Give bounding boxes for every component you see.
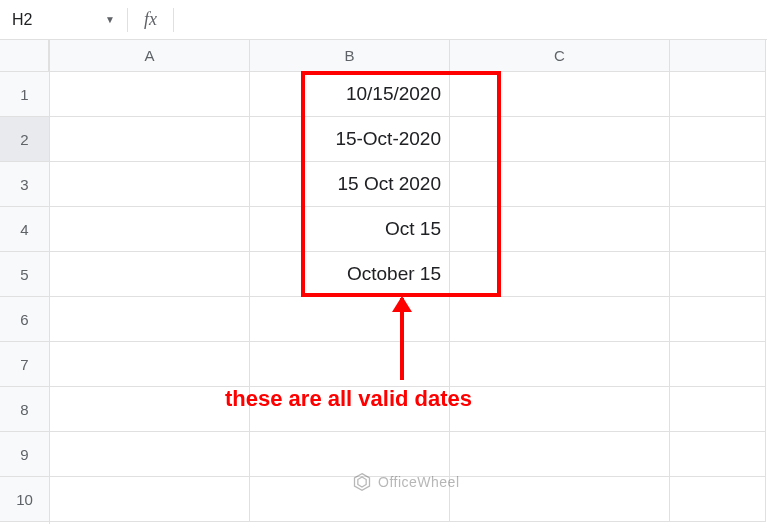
cell[interactable]	[670, 342, 766, 387]
cell[interactable]	[670, 252, 766, 297]
row-header[interactable]: 9	[0, 432, 49, 477]
cell[interactable]	[50, 252, 250, 297]
cell[interactable]: 15 Oct 2020	[250, 162, 450, 207]
cell[interactable]	[50, 72, 250, 117]
table-row	[50, 387, 767, 432]
table-row: 10/15/2020	[50, 72, 767, 117]
cell[interactable]	[250, 387, 450, 432]
table-row	[50, 477, 767, 522]
column-header[interactable]: A	[50, 40, 250, 72]
row-header[interactable]: 7	[0, 342, 49, 387]
data-rows: 10/15/2020 15-Oct-2020 15 Oct 2020 Oct 1…	[50, 72, 767, 522]
row-headers: 1 2 3 4 5 6 7 8 9 10	[0, 40, 50, 524]
cell[interactable]	[50, 477, 250, 522]
fx-label: fx	[128, 9, 173, 30]
formula-input[interactable]	[174, 0, 767, 39]
row-header[interactable]: 1	[0, 72, 49, 117]
cell[interactable]	[450, 252, 670, 297]
cell[interactable]	[450, 207, 670, 252]
cell[interactable]: 15-Oct-2020	[250, 117, 450, 162]
cell[interactable]	[50, 162, 250, 207]
cell[interactable]	[670, 387, 766, 432]
cell[interactable]	[250, 297, 450, 342]
table-row: 15 Oct 2020	[50, 162, 767, 207]
grid-area: A B C 10/15/2020 15-Oct-2020 15 Oct 2020	[50, 40, 767, 524]
select-all-corner[interactable]	[0, 40, 49, 72]
table-row: 15-Oct-2020	[50, 117, 767, 162]
cell[interactable]	[50, 432, 250, 477]
table-row	[50, 342, 767, 387]
cell[interactable]	[450, 297, 670, 342]
chevron-down-icon[interactable]: ▼	[105, 14, 127, 25]
cell[interactable]	[450, 117, 670, 162]
row-header[interactable]: 4	[0, 207, 49, 252]
row-header[interactable]: 8	[0, 387, 49, 432]
cell[interactable]	[250, 477, 450, 522]
table-row	[50, 297, 767, 342]
cell[interactable]	[450, 477, 670, 522]
table-row: Oct 15	[50, 207, 767, 252]
column-headers: A B C	[50, 40, 767, 72]
cell[interactable]	[450, 387, 670, 432]
cell[interactable]: 10/15/2020	[250, 72, 450, 117]
cell[interactable]	[670, 432, 766, 477]
row-header[interactable]: 10	[0, 477, 49, 522]
name-box-input[interactable]	[0, 0, 105, 39]
row-header[interactable]: 3	[0, 162, 49, 207]
spreadsheet-grid: 1 2 3 4 5 6 7 8 9 10 A B C 10/15/2020 15…	[0, 40, 767, 524]
cell[interactable]	[450, 432, 670, 477]
cell[interactable]	[250, 432, 450, 477]
cell[interactable]	[50, 207, 250, 252]
column-header[interactable]: C	[450, 40, 670, 72]
cell[interactable]	[50, 342, 250, 387]
cell[interactable]	[670, 207, 766, 252]
column-header[interactable]: B	[250, 40, 450, 72]
cell[interactable]	[670, 117, 766, 162]
cell[interactable]	[670, 72, 766, 117]
table-row: October 15	[50, 252, 767, 297]
cell[interactable]	[450, 162, 670, 207]
row-header[interactable]: 6	[0, 297, 49, 342]
formula-bar: ▼ fx	[0, 0, 767, 40]
cell[interactable]	[670, 297, 766, 342]
cell[interactable]: October 15	[250, 252, 450, 297]
cell[interactable]	[50, 117, 250, 162]
row-header[interactable]: 2	[0, 117, 49, 162]
cell[interactable]	[450, 72, 670, 117]
cell[interactable]	[670, 477, 766, 522]
column-header[interactable]	[670, 40, 766, 72]
cell[interactable]	[450, 342, 670, 387]
cell[interactable]	[250, 342, 450, 387]
cell[interactable]	[670, 162, 766, 207]
table-row	[50, 432, 767, 477]
cell[interactable]	[50, 297, 250, 342]
cell[interactable]: Oct 15	[250, 207, 450, 252]
row-header[interactable]: 5	[0, 252, 49, 297]
cell[interactable]	[50, 387, 250, 432]
